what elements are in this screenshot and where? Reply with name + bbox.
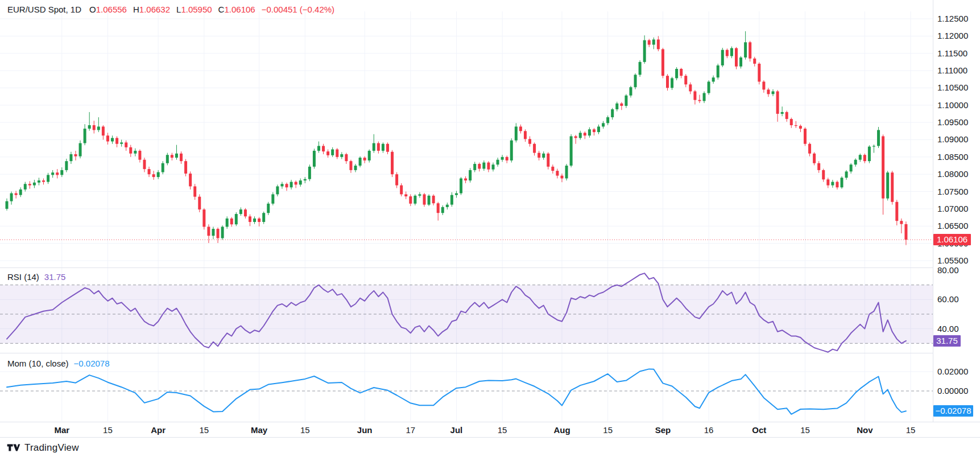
momentum-axis-label: 0.02000 — [937, 366, 968, 377]
tradingview-logo-link[interactable]: TradingView — [7, 442, 79, 454]
candle — [744, 31, 747, 60]
candle — [19, 187, 22, 197]
candle — [863, 154, 866, 163]
price-axis-label: 1.08000 — [937, 168, 968, 180]
time-axis-day-label: 15 — [300, 425, 310, 435]
candle — [42, 178, 45, 184]
candle — [675, 67, 678, 80]
candle — [795, 121, 797, 128]
candle — [639, 60, 642, 77]
time-axis-month-label: Jul — [450, 425, 463, 435]
candle — [877, 127, 880, 148]
candle — [391, 150, 394, 177]
rsi-label[interactable]: RSI (14) — [7, 272, 39, 282]
candle — [65, 159, 68, 172]
price-axis-label: 1.09000 — [937, 134, 968, 145]
candle — [762, 80, 765, 93]
time-axis-month-label: Mar — [54, 425, 69, 435]
pane-separator-rsi-mom[interactable] — [0, 353, 980, 353]
candle — [212, 227, 214, 239]
candle — [597, 125, 600, 134]
candle — [845, 170, 848, 180]
candle — [826, 178, 829, 188]
candle — [689, 83, 692, 94]
candle — [831, 180, 834, 188]
candle — [33, 180, 36, 188]
candle — [102, 125, 105, 139]
candle — [148, 167, 151, 177]
candlestick-chart-canvas[interactable] — [0, 0, 933, 422]
candle — [565, 164, 568, 180]
candle — [584, 131, 586, 139]
candle — [693, 90, 696, 104]
candle — [377, 142, 380, 154]
candle — [510, 138, 513, 162]
time-axis-day-label: 17 — [406, 425, 415, 435]
candle — [551, 164, 554, 174]
candle — [413, 194, 416, 205]
candle — [776, 90, 779, 122]
candle — [69, 152, 72, 164]
price-axis-label: 1.10500 — [937, 82, 968, 93]
candle — [680, 68, 683, 78]
candle — [88, 112, 91, 131]
rsi-value-badge: 31.75 — [933, 335, 961, 347]
candle — [184, 159, 187, 176]
candle — [904, 221, 907, 245]
chart-plot-area[interactable]: EUR/USD Spot, 1D O1.06556 H1.06632 L1.05… — [0, 0, 933, 422]
time-axis-month-label: Nov — [857, 425, 873, 435]
candle — [202, 208, 205, 230]
momentum-legend: Mom (10, close) −0.02078 — [7, 359, 110, 368]
candle — [276, 184, 279, 196]
candle — [171, 153, 173, 160]
candle — [125, 141, 127, 151]
price-axis[interactable]: 1.125001.120001.115001.110001.105001.100… — [933, 0, 980, 422]
change-value: −0.00451 (−0.42%) — [262, 5, 334, 14]
pane-separator-price-rsi[interactable] — [0, 267, 980, 268]
candle — [143, 158, 146, 172]
candle — [271, 192, 274, 205]
candle — [574, 135, 577, 144]
rsi-axis-label: 60.00 — [937, 294, 959, 305]
candle — [258, 217, 260, 226]
candle — [799, 125, 802, 132]
time-axis-month-label: May — [251, 425, 267, 435]
candle — [280, 182, 283, 189]
candle — [129, 145, 132, 157]
close-value: C1.06106 — [218, 5, 255, 14]
candle — [189, 171, 192, 190]
candle — [556, 168, 559, 178]
candle — [790, 118, 793, 128]
candle — [542, 151, 545, 160]
candle — [519, 125, 522, 134]
candle — [395, 172, 398, 188]
candle — [886, 171, 889, 200]
time-axis-day-label: 15 — [800, 425, 810, 435]
candle — [304, 177, 307, 183]
candle — [38, 178, 40, 185]
price-axis-label: 1.11000 — [937, 65, 967, 76]
time-axis[interactable]: Mar15Apr15May15Jun17Jul15Aug15Sep16Oct15… — [0, 422, 980, 438]
candle — [441, 205, 444, 215]
candle — [290, 180, 293, 190]
candle — [51, 170, 54, 178]
time-axis-day-label: 15 — [199, 425, 209, 435]
candle — [455, 191, 458, 197]
time-axis-month-label: Aug — [553, 425, 570, 435]
candle — [758, 62, 760, 84]
candle — [491, 163, 494, 172]
candle — [528, 136, 531, 146]
candle — [24, 182, 27, 192]
candle — [891, 171, 894, 204]
candle — [482, 160, 485, 171]
momentum-label[interactable]: Mom (10, close) — [7, 359, 69, 368]
symbol-title[interactable]: EUR/USD Spot, 1D — [7, 5, 81, 14]
candle — [735, 47, 738, 69]
candle — [428, 194, 431, 206]
candle — [804, 127, 807, 146]
candle — [721, 48, 724, 67]
candle — [560, 174, 563, 182]
rsi-value: 31.75 — [44, 272, 66, 282]
candle — [611, 108, 614, 120]
candle — [850, 163, 853, 174]
